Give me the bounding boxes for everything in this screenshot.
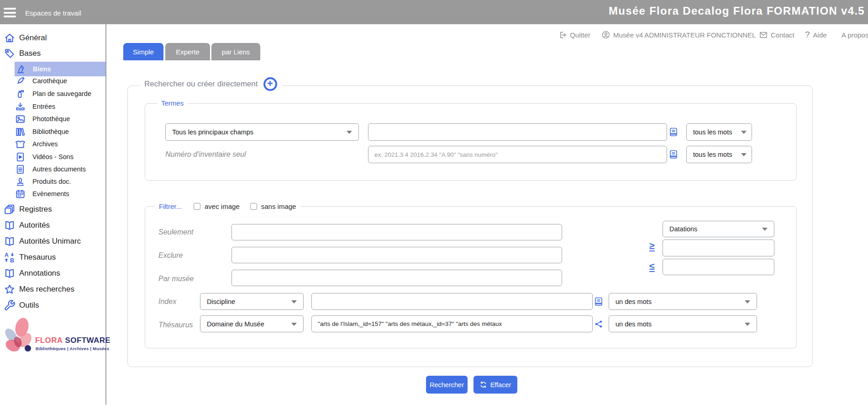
flora-logo-flower <box>4 318 37 355</box>
sidebar-item-autorites-unimarc[interactable]: Autorités Unimarc <box>0 235 105 248</box>
hamburger-menu-icon[interactable] <box>4 8 16 20</box>
index-select[interactable]: Discipline <box>200 293 304 310</box>
termes-legend: Termes <box>157 99 188 107</box>
filtrer-legend-row: Filtrer... avec image sans image <box>154 200 300 212</box>
search-button[interactable]: Rechercher <box>426 376 468 394</box>
inventory-match-select[interactable]: tous les mots <box>686 146 752 163</box>
share-icon[interactable] <box>594 320 603 329</box>
thesaurus-select[interactable]: Domaine du Musée <box>200 315 304 332</box>
open-box-icon <box>15 139 26 149</box>
svg-text:B: B <box>10 257 14 263</box>
datations-select[interactable]: Datations <box>663 221 774 237</box>
sidebar-item-archives[interactable]: Archives <box>0 138 105 150</box>
inbox-download-icon <box>15 101 26 112</box>
sidebar-item-carotheque[interactable]: Carothèque <box>0 75 105 87</box>
stamp-icon <box>15 176 26 187</box>
sidebar-item-entrees[interactable]: Entrées <box>0 101 105 112</box>
sidebar-item-phototheque[interactable]: Photothèque <box>0 113 105 125</box>
open-book-icon <box>4 267 16 279</box>
filtrer-legend: Filtrer... <box>159 202 182 210</box>
open-book-icon <box>4 219 16 231</box>
document-icon <box>15 164 26 175</box>
application-window: Espaces de travail Musée Flora Decalog F… <box>0 0 868 405</box>
workspaces-label[interactable]: Espaces de travail <box>25 9 81 17</box>
terms-input[interactable] <box>368 123 667 141</box>
sidebar-item-autres-documents[interactable]: Autres documents <box>0 163 105 175</box>
sidebar-item-bases[interactable]: Bases <box>0 47 105 60</box>
chevron-down-icon <box>291 300 297 304</box>
dictionary-icon[interactable] <box>669 128 678 137</box>
sidebar-item-outils[interactable]: Outils <box>0 299 105 312</box>
index-label: Index <box>158 298 176 306</box>
tab-experte[interactable]: Experte <box>165 43 210 60</box>
app-title: Musée Flora Decalog Flora FORMATION v4.5 <box>609 5 865 17</box>
seulement-label: Seulement <box>158 228 194 236</box>
home-icon <box>4 32 16 44</box>
refresh-icon <box>480 381 487 388</box>
without-image-label: sans image <box>261 202 296 210</box>
translate-icon: AB <box>4 251 16 263</box>
chevron-down-icon <box>745 323 750 326</box>
tab-simple[interactable]: Simple <box>123 43 163 60</box>
termes-panel <box>145 103 797 181</box>
index-input[interactable] <box>311 293 593 310</box>
gte-toggle[interactable]: ≥ <box>649 241 655 251</box>
inventory-number-input[interactable] <box>368 146 667 163</box>
thesaurus-label: Thésaurus <box>158 321 193 329</box>
quit-link[interactable]: Quitter <box>559 29 590 40</box>
about-link[interactable]: A propos <box>842 29 868 40</box>
chevron-down-icon <box>741 153 747 156</box>
flora-logo-tagline: Bibliothèques | Archives | Musées <box>36 346 109 351</box>
sidebar-item-autorites[interactable]: Autorités <box>0 219 105 232</box>
sidebar-item-videos-sons[interactable]: Vidéos - Sons <box>0 151 105 163</box>
open-book-icon <box>4 235 16 247</box>
seulement-input[interactable] <box>231 224 562 240</box>
sidebar-item-bibliotheque[interactable]: Bibliothèque <box>0 126 105 138</box>
image-icon <box>15 114 26 124</box>
chevron-down-icon <box>762 228 768 231</box>
user-menu[interactable]: Musée v4 ADMINISTRATEUR FONCTIONNEL <box>602 29 756 40</box>
field-select[interactable]: Tous les principaux champs <box>165 123 359 141</box>
sidebar-item-evenements[interactable]: Evènements <box>0 188 105 200</box>
dictionary-icon[interactable] <box>594 297 603 306</box>
sidebar-item-produits-doc[interactable]: Produits doc. <box>0 176 105 187</box>
user-icon <box>602 31 610 39</box>
dictionary-icon[interactable] <box>669 150 678 159</box>
without-image-checkbox[interactable] <box>250 203 257 210</box>
sidebar-item-thesaurus[interactable]: AB Thesaurus <box>0 251 105 264</box>
exclure-label: Exclure <box>158 251 183 260</box>
flora-software-logo-text: FLORASOFTWARE <box>35 336 110 345</box>
sidebar-item-biens[interactable]: Biens <box>15 62 105 76</box>
clear-button[interactable]: Effacer <box>473 376 517 394</box>
lte-toggle[interactable]: ≤ <box>649 262 655 272</box>
wrench-icon <box>4 299 16 311</box>
with-image-label: avec image <box>205 202 240 210</box>
tab-par-liens[interactable]: par Liens <box>211 43 260 60</box>
exclure-input[interactable] <box>231 247 562 263</box>
sidebar-item-general[interactable]: Général <box>0 32 105 44</box>
feather-icon <box>15 76 26 86</box>
sidebar-item-mes-recherches[interactable]: Mes recherches <box>0 283 105 296</box>
fire-extinguisher-icon <box>15 89 26 99</box>
search-create-legend: Rechercher ou créer directement + <box>140 77 282 91</box>
question-mark-icon: ? <box>805 30 810 40</box>
chevron-down-icon <box>291 323 297 326</box>
with-image-checkbox[interactable] <box>194 203 200 210</box>
contact-link[interactable]: Contact <box>759 29 794 40</box>
thesaurus-input[interactable] <box>311 315 593 332</box>
thesaurus-match-select[interactable]: un des mots <box>609 315 757 332</box>
date-to-input[interactable] <box>663 259 774 275</box>
add-record-button[interactable]: + <box>263 77 277 91</box>
stacked-registers-icon <box>4 203 16 215</box>
par-musee-input[interactable] <box>231 270 562 286</box>
date-from-input[interactable] <box>663 240 774 256</box>
logout-icon <box>559 31 567 39</box>
chess-knight-icon <box>16 64 26 75</box>
sidebar-item-registres[interactable]: Registres <box>0 203 105 216</box>
index-match-select[interactable]: un des mots <box>609 293 757 310</box>
sidebar-item-annotations[interactable]: Annotations <box>0 267 105 280</box>
terms-match-select[interactable]: tous les mots <box>686 123 752 141</box>
help-link[interactable]: ? Aide <box>805 29 827 40</box>
sidebar-item-plan-de-sauvegarde[interactable]: Plan de sauvegarde <box>0 88 105 100</box>
chevron-down-icon <box>347 131 352 134</box>
